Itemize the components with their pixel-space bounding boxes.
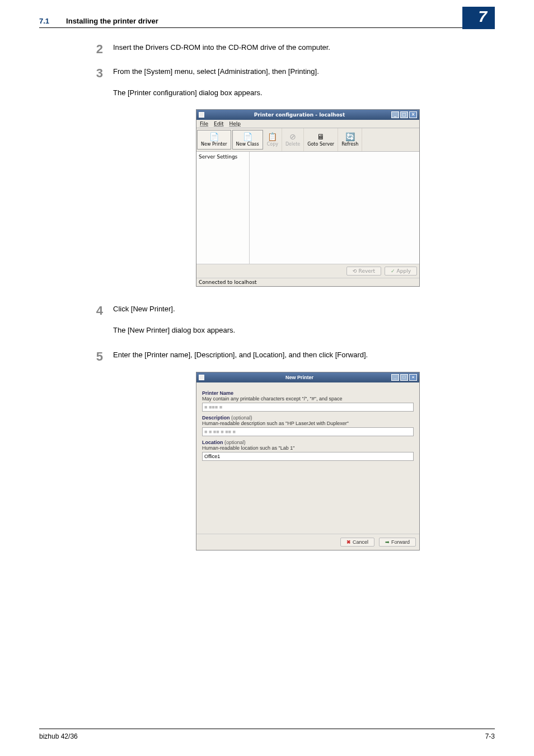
chapter-badge: 7 [462, 7, 495, 29]
close-button[interactable]: × [409, 374, 417, 381]
delete-icon: ⊘ [289, 133, 296, 141]
window-icon [199, 112, 204, 118]
maximize-button[interactable]: □ [400, 111, 408, 118]
revert-button[interactable]: ⟲Revert [346, 267, 381, 276]
refresh-button[interactable]: 🔄Refresh [338, 128, 362, 151]
step-text-2: Insert the Drivers CD-ROM into the CD-RO… [113, 39, 495, 59]
footer-model: bizhub 42/36 [39, 732, 78, 740]
cancel-button[interactable]: ✖Cancel [340, 538, 374, 547]
step-text-3: From the [System] menu, select [Administ… [113, 63, 495, 83]
sidebar: Server Settings [196, 152, 250, 264]
description-input[interactable] [202, 427, 414, 436]
minimize-button[interactable]: _ [391, 374, 399, 381]
new-class-button[interactable]: 📄New Class [232, 130, 263, 150]
step-number-3: 3 [87, 63, 113, 83]
page-footer: bizhub 42/36 7-3 [39, 729, 495, 740]
menu-bar: File Edit Help [196, 120, 419, 128]
location-input[interactable] [202, 452, 414, 461]
server-icon: 🖥 [317, 133, 325, 141]
step-text-5: Enter the [Printer name], [Description],… [113, 347, 495, 366]
copy-button[interactable]: 📋Copy [264, 128, 282, 151]
window-icon [199, 375, 204, 380]
section-title: Installing the printer driver [66, 17, 158, 25]
refresh-icon: 🔄 [345, 133, 355, 141]
cancel-icon: ✖ [346, 539, 351, 545]
menu-file[interactable]: File [200, 121, 208, 127]
toolbar: 📄New Printer 📄New Class 📋Copy ⊘Delete 🖥G… [196, 128, 419, 152]
step-text-4: Click [New Printer]. [113, 301, 495, 320]
menu-help[interactable]: Help [229, 121, 241, 127]
maximize-button[interactable]: □ [400, 374, 408, 381]
step-number-4: 4 [87, 301, 113, 320]
window-titlebar[interactable]: Printer configuration - localhost _ □ × [196, 110, 419, 120]
check-icon: ✓ [391, 268, 395, 274]
sidebar-item-server-settings[interactable]: Server Settings [199, 154, 247, 160]
location-hint: Human-readable location such as "Lab 1" [202, 445, 414, 451]
description-hint: Human-readable description such as "HP L… [202, 421, 414, 426]
window-titlebar[interactable]: New Printer _ □ × [196, 372, 419, 382]
step-number-5: 5 [87, 347, 113, 366]
goto-server-button[interactable]: 🖥Goto Server [304, 128, 338, 151]
section-number: 7.1 [39, 17, 49, 25]
copy-icon: 📋 [268, 133, 277, 141]
location-label: Location (optional) [202, 440, 414, 445]
printer-plus-icon: 📄 [209, 133, 219, 141]
main-panel [250, 152, 419, 264]
printer-name-input[interactable] [202, 403, 414, 412]
step-subtext-4: The [New Printer] dialog box appears. [113, 325, 495, 337]
new-printer-window: New Printer _ □ × Printer Name May conta… [196, 372, 420, 550]
footer-page-number: 7-3 [485, 732, 495, 740]
window-title: Printer configuration - localhost [208, 112, 391, 118]
new-printer-button[interactable]: 📄New Printer [197, 130, 231, 150]
section-header: 7.1 Installing the printer driver [39, 17, 495, 28]
delete-button[interactable]: ⊘Delete [282, 128, 304, 151]
close-button[interactable]: × [409, 111, 417, 118]
apply-button[interactable]: ✓Apply [385, 267, 417, 276]
step-number-2: 2 [87, 39, 113, 59]
revert-icon: ⟲ [353, 268, 357, 274]
printer-name-label: Printer Name [202, 390, 414, 396]
minimize-button[interactable]: _ [391, 111, 399, 118]
forward-icon: ➡ [385, 539, 390, 545]
menu-edit[interactable]: Edit [214, 121, 223, 127]
printer-name-hint: May contain any printable characters exc… [202, 396, 414, 402]
class-plus-icon: 📄 [243, 133, 252, 141]
forward-button[interactable]: ➡Forward [379, 538, 416, 547]
description-label: Description (optional) [202, 415, 414, 421]
step-subtext-3: The [Printer configuration] dialog box a… [113, 87, 495, 99]
status-bar: Connected to localhost [196, 278, 419, 286]
printer-config-window: Printer configuration - localhost _ □ × … [196, 109, 420, 287]
window-title: New Printer [208, 375, 391, 380]
